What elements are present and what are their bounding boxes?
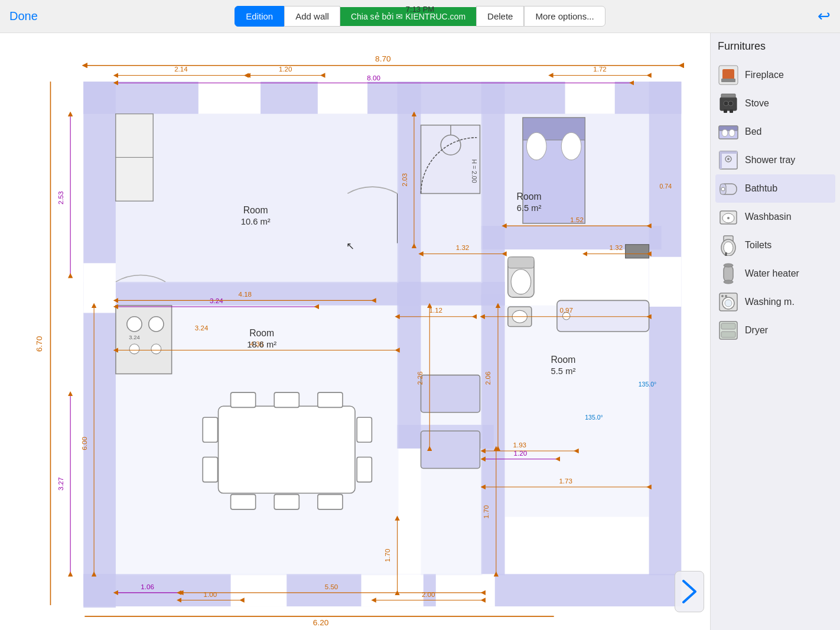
svg-rect-180	[721, 332, 735, 337]
furniture-item-stove[interactable]: Stove	[715, 89, 835, 118]
svg-point-45	[127, 317, 142, 332]
svg-point-176	[721, 295, 724, 297]
svg-point-172	[724, 280, 733, 284]
water-heater-icon	[718, 263, 739, 284]
more-options-button[interactable]: More options...	[524, 6, 605, 27]
undo-button[interactable]: ↩	[818, 7, 831, 25]
floorplan-area[interactable]: 8.70 6.70 6.20	[0, 33, 710, 630]
svg-point-162	[721, 187, 725, 191]
svg-point-171	[724, 264, 733, 267]
svg-rect-38	[116, 157, 153, 201]
svg-rect-147	[730, 109, 733, 113]
svg-point-47	[129, 344, 139, 354]
toilets-icon	[718, 235, 739, 256]
svg-text:0.97: 0.97	[559, 307, 573, 314]
furniture-item-shower-tray[interactable]: Shower tray	[715, 146, 835, 174]
topbar: 7:13 PM Done Edition Add wall Chia sẻ bở…	[0, 0, 840, 33]
svg-text:Room: Room	[551, 355, 575, 365]
svg-text:Room: Room	[249, 328, 274, 338]
svg-point-42	[561, 132, 581, 160]
svg-text:1.06: 1.06	[141, 583, 154, 590]
svg-text:3.24: 3.24	[129, 334, 139, 340]
svg-text:1.73: 1.73	[559, 478, 572, 485]
svg-rect-144	[721, 79, 735, 82]
stove-icon	[718, 93, 739, 114]
svg-rect-51	[231, 392, 256, 407]
svg-rect-18	[398, 282, 505, 306]
svg-text:6.5 m²: 6.5 m²	[517, 203, 542, 213]
svg-point-177	[725, 295, 727, 297]
svg-text:5.50: 5.50	[325, 583, 338, 590]
svg-text:1.12: 1.12	[429, 307, 443, 314]
furniture-item-toilets[interactable]: Toilets	[715, 231, 835, 259]
shower-tray-icon	[718, 150, 739, 171]
furniture-item-bed[interactable]: Bed	[715, 118, 835, 146]
svg-text:1.93: 1.93	[513, 441, 527, 449]
edition-button[interactable]: Edition	[235, 6, 284, 27]
time-display: 7:13 PM	[406, 5, 434, 14]
furniture-item-fireplace[interactable]: Fireplace	[715, 61, 835, 89]
svg-rect-157	[719, 151, 722, 169]
furniture-item-water-heater[interactable]: Water heater	[715, 259, 835, 288]
svg-point-48	[151, 344, 161, 354]
svg-text:6.70: 6.70	[35, 336, 44, 352]
svg-text:Room: Room	[517, 191, 542, 202]
svg-text:135.0°: 135.0°	[585, 414, 603, 421]
svg-rect-27	[362, 574, 424, 606]
svg-rect-156	[719, 151, 737, 154]
svg-text:1.20: 1.20	[279, 66, 292, 73]
svg-text:↖: ↖	[346, 241, 354, 252]
svg-point-159	[727, 158, 730, 160]
svg-rect-148	[721, 94, 735, 98]
svg-rect-24	[83, 263, 116, 313]
nav-arrow-button[interactable]	[675, 571, 704, 612]
svg-rect-50	[219, 406, 355, 493]
svg-rect-22	[318, 82, 367, 114]
svg-text:2.53: 2.53	[57, 191, 64, 205]
washbasin-label: Washbasin	[745, 212, 792, 222]
svg-text:10.6 m²: 10.6 m²	[241, 217, 271, 226]
svg-text:Room: Room	[243, 205, 268, 215]
toilets-label: Toilets	[745, 240, 771, 251]
furniture-item-washbasin[interactable]: Washbasin	[715, 203, 835, 231]
svg-point-154	[729, 129, 735, 137]
svg-text:1.00: 1.00	[204, 591, 217, 598]
svg-rect-54	[231, 495, 256, 509]
svg-rect-21	[198, 82, 261, 114]
svg-text:3.24: 3.24	[195, 324, 209, 332]
svg-rect-55	[274, 495, 299, 509]
svg-text:2.00: 2.00	[422, 591, 435, 598]
washing-machine-label: Washing m.	[745, 297, 795, 307]
svg-text:5.5 m²: 5.5 m²	[551, 366, 576, 376]
svg-text:1.70: 1.70	[483, 505, 490, 519]
delete-button[interactable]: Delete	[476, 6, 524, 27]
svg-rect-152	[719, 126, 738, 131]
svg-rect-58	[203, 457, 217, 482]
add-wall-button[interactable]: Add wall	[284, 6, 340, 27]
fireplace-label: Fireplace	[745, 70, 784, 80]
svg-text:2.03: 2.03	[401, 173, 408, 187]
sidebar-title: Furnitures	[715, 40, 835, 53]
furniture-item-bathtub[interactable]: Bathtub	[715, 174, 835, 203]
svg-text:4.18: 4.18	[239, 291, 252, 298]
fireplace-icon	[718, 64, 739, 86]
svg-rect-10	[83, 574, 494, 606]
svg-point-149	[724, 101, 728, 106]
done-button[interactable]: Done	[9, 9, 38, 23]
svg-point-175	[725, 300, 732, 307]
svg-text:1.52: 1.52	[570, 216, 584, 223]
svg-point-65	[511, 269, 531, 294]
stove-label: Stove	[745, 98, 769, 109]
svg-text:1.32: 1.32	[456, 244, 470, 251]
svg-rect-9	[83, 82, 116, 608]
svg-rect-59	[357, 417, 372, 442]
main-area: 8.70 6.70 6.20	[0, 33, 840, 630]
washbasin-icon	[718, 206, 739, 228]
svg-rect-25	[649, 257, 682, 307]
furniture-item-dryer[interactable]: Dryer	[715, 316, 835, 345]
bed-icon	[718, 121, 739, 142]
bed-label: Bed	[745, 126, 761, 137]
furniture-item-washing-machine[interactable]: Washing m.	[715, 288, 835, 316]
svg-text:1.32: 1.32	[610, 244, 623, 251]
svg-point-46	[149, 317, 164, 332]
